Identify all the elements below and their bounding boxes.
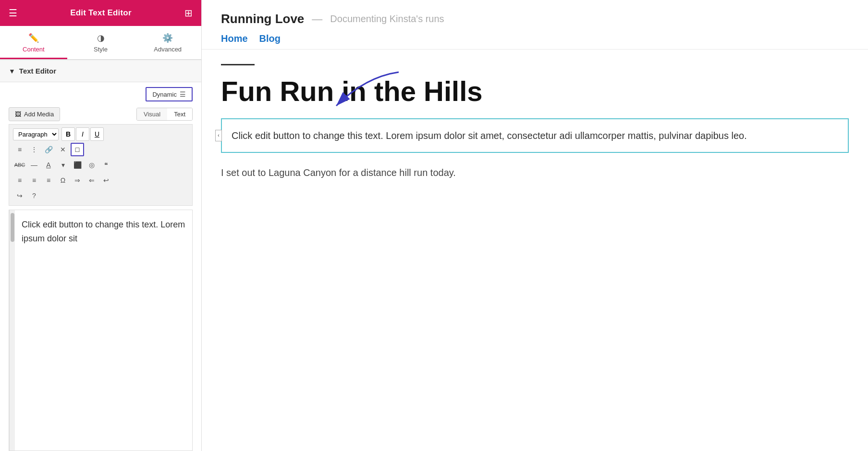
visual-tab[interactable]: Visual (137, 108, 167, 120)
site-header: Running Love — Documenting Kinsta's runs… (202, 0, 868, 50)
post-excerpt[interactable]: ‹ Click edit button to change this text.… (221, 118, 849, 153)
style-tab-label: Style (94, 46, 108, 53)
toolbar-row-3: ABC — A ▾ ⬛ ◎ ❝ (13, 158, 188, 172)
editor-toolbar: Paragraph B I U ≡ ⋮ 🔗 ✕ □ ABC — A ▾ ⬛ ◎ … (9, 124, 193, 206)
editor-controls-row: 🖼 Add Media Visual Text (0, 104, 201, 124)
site-preview: Running Love — Documenting Kinsta's runs… (202, 0, 868, 451)
section-header: ▼ Text Editor (0, 60, 201, 82)
post-title: Fun Run in the Hills (221, 76, 849, 107)
site-title: Running Love (221, 12, 304, 26)
help-button[interactable]: ? (27, 189, 41, 202)
underline-button[interactable]: U (90, 127, 104, 141)
editor-scrollbar[interactable] (9, 210, 15, 451)
collapse-arrow-icon[interactable]: ▼ (9, 67, 15, 75)
undo-button[interactable]: ↩ (99, 174, 113, 187)
editor-content-wrapper: Click edit button to change this text. L… (9, 210, 193, 451)
strikethrough-button[interactable]: ABC (13, 158, 26, 172)
hamburger-icon[interactable]: ☰ (9, 7, 17, 19)
left-panel: ☰ Edit Text Editor ⊞ ✏️ Content ◑ Style … (0, 0, 202, 451)
post-body: I set out to Laguna Canyon for a distanc… (221, 164, 849, 181)
toolbar-row-5: ↪ ? (13, 189, 188, 202)
site-tagline: Documenting Kinsta's runs (330, 13, 444, 25)
style-tab-icon: ◑ (97, 33, 105, 43)
content-tab-label: Content (23, 46, 45, 53)
ordered-list-button[interactable]: ⋮ (27, 143, 41, 156)
site-main: Fun Run in the Hills ‹ Click edit button… (202, 50, 868, 195)
underline-color-button[interactable]: A (42, 158, 55, 172)
visual-text-tabs: Visual Text (136, 108, 193, 121)
omega-button[interactable]: Ω (56, 174, 70, 187)
indent-button[interactable]: ⇒ (71, 174, 84, 187)
site-nav: Home Blog (221, 33, 849, 44)
italic-button[interactable]: I (76, 127, 89, 141)
quote-button[interactable]: ❝ (99, 158, 113, 172)
outdent-button[interactable]: ⇐ (85, 174, 98, 187)
toolbar-row-1: Paragraph B I U (13, 127, 188, 141)
site-divider (221, 64, 255, 65)
color-down-button[interactable]: ▾ (56, 158, 70, 172)
toolbar-row-4: ≡ ≡ ≡ Ω ⇒ ⇐ ↩ (13, 174, 188, 187)
link-button[interactable]: 🔗 (42, 143, 55, 156)
grid-icon[interactable]: ⊞ (184, 7, 193, 19)
add-media-button[interactable]: 🖼 Add Media (9, 107, 60, 121)
tab-content[interactable]: ✏️ Content (0, 26, 67, 59)
align-right-button[interactable]: ≡ (42, 174, 55, 187)
dynamic-lines-icon: ☰ (180, 90, 186, 98)
editor-text-area[interactable]: Click edit button to change this text. L… (15, 210, 192, 451)
site-title-row: Running Love — Documenting Kinsta's runs (221, 12, 849, 26)
excerpt-left-handle[interactable]: ‹ (215, 130, 222, 141)
dynamic-button[interactable]: Dynamic ☰ (146, 87, 193, 101)
nav-home[interactable]: Home (221, 33, 248, 44)
paragraph-select[interactable]: Paragraph (13, 128, 59, 140)
section-title: Text Editor (19, 67, 56, 75)
tab-advanced[interactable]: ⚙️ Advanced (134, 26, 201, 59)
clear-format-button[interactable]: ◎ (85, 158, 98, 172)
hr-button[interactable]: — (27, 158, 41, 172)
add-media-icon: 🖼 (15, 111, 21, 118)
unordered-list-button[interactable]: ≡ (13, 143, 26, 156)
insert-button[interactable]: ⬛ (71, 158, 84, 172)
advanced-tab-icon: ⚙️ (162, 33, 173, 43)
nav-blog[interactable]: Blog (259, 33, 281, 44)
text-tab[interactable]: Text (167, 108, 192, 120)
align-left-button[interactable]: ≡ (13, 174, 26, 187)
scrollbar-thumb (11, 213, 14, 242)
post-excerpt-text: Click edit button to change this text. L… (232, 130, 747, 141)
align-center-button[interactable]: ≡ (27, 174, 41, 187)
content-tab-icon: ✏️ (28, 33, 39, 43)
dynamic-area: Dynamic ☰ (0, 82, 201, 104)
panel-tabs: ✏️ Content ◑ Style ⚙️ Advanced (0, 26, 201, 60)
advanced-tab-label: Advanced (154, 46, 182, 53)
dynamic-button-label: Dynamic (152, 91, 177, 98)
panel-header: ☰ Edit Text Editor ⊞ (0, 0, 201, 26)
add-media-label: Add Media (24, 111, 54, 118)
tab-style[interactable]: ◑ Style (67, 26, 134, 59)
panel-title: Edit Text Editor (70, 8, 132, 18)
highlight-button[interactable]: □ (71, 143, 84, 156)
bold-button[interactable]: B (61, 127, 75, 141)
toolbar-row-2: ≡ ⋮ 🔗 ✕ □ (13, 143, 188, 156)
redo-button[interactable]: ↪ (13, 189, 26, 202)
fullscreen-button[interactable]: ✕ (56, 143, 70, 156)
site-separator: — (312, 13, 322, 25)
text-tab-label: Text (174, 111, 185, 118)
right-panel: Running Love — Documenting Kinsta's runs… (202, 0, 868, 451)
visual-tab-label: Visual (144, 111, 160, 118)
